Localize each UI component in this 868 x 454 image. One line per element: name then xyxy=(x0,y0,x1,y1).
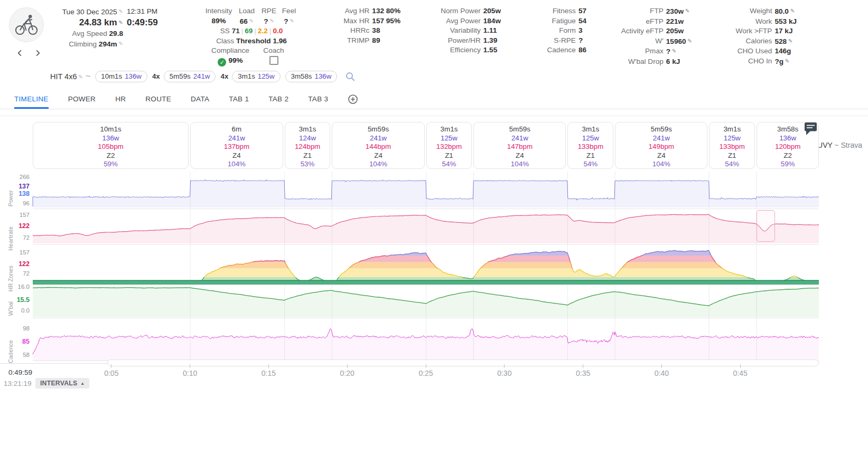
compliance-value: 99% xyxy=(228,56,242,64)
stat-value: 205w xyxy=(483,6,501,16)
interval-power: 136w xyxy=(33,134,188,143)
axis-tick-heartrate: 72 xyxy=(0,234,30,241)
stat-label: Fatigue xyxy=(539,16,576,26)
metric-value-load[interactable]: 66✎ xyxy=(235,16,258,27)
stat-value[interactable]: ?g✎ xyxy=(774,56,797,67)
interval-card[interactable]: 3m1s125w133bpmZ154% xyxy=(567,122,613,169)
previous-activity-button[interactable] xyxy=(13,48,26,60)
edit-icon[interactable]: ✎ xyxy=(672,48,676,54)
interval-intensity: 104% xyxy=(191,160,283,169)
edit-icon[interactable]: ✎ xyxy=(790,8,795,14)
compliance-label: Compliance xyxy=(202,46,258,56)
metric-value-feel[interactable]: ?✎ xyxy=(279,16,298,27)
stat-value[interactable]: ?✎ xyxy=(666,46,692,57)
stat-value: 221w xyxy=(666,17,692,27)
selection-highlight[interactable] xyxy=(757,210,775,242)
tab-timeline[interactable]: TIMELINE xyxy=(14,90,49,109)
stat-value[interactable]: 528✎ xyxy=(774,36,797,47)
edit-icon[interactable]: ✎ xyxy=(119,8,123,14)
chart-scrollbar[interactable] xyxy=(107,360,819,366)
chevron-right-icon xyxy=(34,49,42,57)
interval-card[interactable]: 5m59s241w147bpmZ4104% xyxy=(473,122,566,169)
interval-card[interactable]: 3m1s125w133bpmZ154% xyxy=(709,122,755,169)
interval-card[interactable]: 6m241w137bpmZ4104% xyxy=(190,122,283,169)
metric-value-rpe[interactable]: ?✎ xyxy=(258,16,279,27)
stat-value[interactable]: 230w✎ xyxy=(666,6,692,17)
stat-column: Weight80.0✎Work553 kJWork >FTP17 kJCalor… xyxy=(731,6,797,67)
edit-icon[interactable]: ✎ xyxy=(685,8,689,14)
stat-value: ? xyxy=(578,36,586,46)
stat-value[interactable]: 80.0✎ xyxy=(774,6,797,17)
edit-icon[interactable]: ✎ xyxy=(688,38,692,44)
tab-hr[interactable]: HR xyxy=(115,90,126,109)
tab-route[interactable]: ROUTE xyxy=(145,90,171,109)
tab-power[interactable]: POWER xyxy=(68,90,96,109)
interval-summary-chip[interactable]: 5m59s241w xyxy=(164,71,216,82)
edit-icon[interactable]: ✎ xyxy=(290,18,294,24)
activity-name[interactable]: HIT 4x6 xyxy=(50,72,77,81)
tab-tab-1[interactable]: TAB 1 xyxy=(229,90,249,109)
edit-icon[interactable]: ✎ xyxy=(788,38,792,44)
axis-tick-power: 137 xyxy=(0,183,30,190)
interval-heartrate: 149bpm xyxy=(615,143,707,152)
next-activity-button[interactable] xyxy=(31,48,44,60)
activity-distance[interactable]: 24.83 km xyxy=(79,17,117,27)
edit-icon[interactable]: ✎ xyxy=(269,18,274,24)
stat-value[interactable]: 15960✎ xyxy=(666,36,692,47)
interval-card[interactable]: 3m1s124w124bpmZ153% xyxy=(285,122,331,169)
activity-type-avatar[interactable] xyxy=(9,7,44,42)
add-tab-button[interactable] xyxy=(348,90,358,109)
interval-card[interactable]: 3m1s125w132bpmZ154% xyxy=(426,122,472,169)
time-axis-label: 0:25 xyxy=(418,369,433,377)
interval-zone: Z4 xyxy=(332,152,424,160)
stat-value: 1.11 xyxy=(483,26,501,36)
interval-card[interactable]: 10m1s136w105bpmZ259% xyxy=(33,122,189,169)
stress-score-row: SS 71|69|2.2|0.0 xyxy=(202,26,301,36)
edit-icon[interactable]: ✎ xyxy=(79,74,83,80)
interval-intensity: 59% xyxy=(757,160,818,169)
climbing-value[interactable]: 294m xyxy=(99,40,117,48)
edit-icon[interactable]: ✎ xyxy=(249,18,254,24)
intervals-toggle-button[interactable]: INTERVALS ▲ xyxy=(35,378,89,389)
interval-power: 241w xyxy=(332,134,424,143)
interval-card[interactable]: 5m59s241w149bpmZ4104% xyxy=(615,122,707,169)
class-value: Threshold 1.96 xyxy=(236,37,287,45)
stat-label: Weight xyxy=(731,6,772,17)
tab-data[interactable]: DATA xyxy=(191,90,209,109)
interval-intensity: 104% xyxy=(332,160,424,169)
interval-power: 124w xyxy=(285,134,330,143)
stat-label: Pmax xyxy=(617,46,664,57)
edit-icon[interactable]: ✎ xyxy=(119,41,123,46)
time-axis-label: 0:40 xyxy=(655,369,669,377)
ss-value: 0.0 xyxy=(273,27,283,35)
axis-tick-cadence: 85 xyxy=(0,338,30,345)
axis-tick-wbal: 16.0 xyxy=(0,283,30,290)
edit-icon[interactable]: ✎ xyxy=(119,20,123,25)
stat-value: 57 xyxy=(578,6,586,16)
interval-card[interactable]: 5m59s241w144bpmZ4104% xyxy=(332,122,424,169)
interval-intensity: 54% xyxy=(710,160,754,169)
interval-heartrate: 105bpm xyxy=(33,143,188,152)
search-icon[interactable] xyxy=(345,71,356,82)
comment-icon[interactable] xyxy=(804,122,818,136)
interval-summary-chip[interactable]: 3m1s125w xyxy=(232,71,280,82)
interval-intensity: 104% xyxy=(474,160,565,169)
tab-tab-2[interactable]: TAB 2 xyxy=(268,90,288,109)
panel-divider xyxy=(0,116,868,116)
interval-heartrate: 147bpm xyxy=(474,143,565,152)
stat-value: 3 xyxy=(578,26,586,36)
interval-power: 241w xyxy=(615,134,707,143)
axis-tick-wbal: 0.0 xyxy=(0,307,30,314)
coach-checkbox[interactable] xyxy=(269,56,278,65)
tab-tab-3[interactable]: TAB 3 xyxy=(308,90,328,109)
time-tick-mark xyxy=(111,364,111,368)
axis-tick-cadence: 58 xyxy=(0,352,30,358)
edit-icon[interactable]: ✎ xyxy=(785,58,789,64)
class-row: Class Threshold 1.96 xyxy=(202,36,301,46)
interval-summary-chip[interactable]: 10m1s136w xyxy=(95,71,147,82)
activity-date[interactable]: Tue 30 Dec 2025 xyxy=(62,8,117,16)
stat-value: 132 80% xyxy=(372,6,400,16)
interval-summary-chip[interactable]: 3m58s136w xyxy=(285,71,338,82)
interval-intensity: 104% xyxy=(615,160,707,169)
time-axis-label: 0:20 xyxy=(340,369,354,377)
